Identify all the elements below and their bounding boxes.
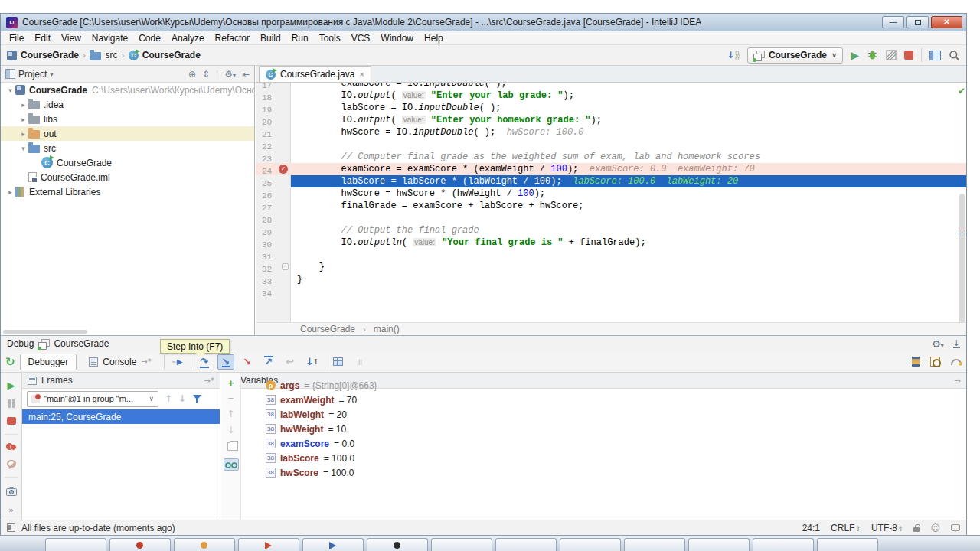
step-into-icon[interactable]: ↘ [217, 354, 234, 370]
add-watch-icon[interactable]: + [228, 379, 234, 387]
menu-tools[interactable]: Tools [314, 33, 346, 44]
taskbar-button-7[interactable] [431, 538, 492, 551]
hide-panel-icon[interactable]: ⇤ [242, 69, 250, 80]
duplicate-icon[interactable] [227, 442, 234, 451]
filter-frames-icon[interactable] [192, 394, 202, 404]
menu-view[interactable]: View [56, 33, 87, 44]
code-line-32[interactable]: 32^ } [256, 261, 966, 273]
menu-vcs[interactable]: VCS [346, 33, 376, 44]
tree-row--idea[interactable]: ▸.idea [1, 97, 254, 112]
menu-analyze[interactable]: Analyze [166, 33, 210, 44]
sort-numeric-icon[interactable]: ↓011001 [727, 51, 740, 60]
code-line-18[interactable]: 18 IO.output( value: "Enter your lab gra… [256, 90, 966, 102]
tree-row-coursegrade[interactable]: ▾CourseGradeC:\Users\user\Work\Курсы\Ude… [1, 83, 254, 97]
code-area[interactable]: 17 examScore = IO.inputDouble( );18 IO.o… [256, 83, 966, 322]
settings-gear-icon[interactable]: ⚙▾ [224, 69, 236, 80]
code-line-25[interactable]: 25 labScore = labScore * (labWeight / 10… [256, 175, 966, 187]
pin-icon[interactable]: →* [204, 377, 214, 385]
breakpoint-icon[interactable]: ✓ [279, 165, 288, 174]
taskbar-button-13[interactable] [817, 538, 878, 551]
run-button[interactable]: ▶ [851, 50, 859, 60]
inspections-ok-icon[interactable]: ✔ [958, 86, 965, 96]
tree-toggle-icon[interactable]: ▸ [18, 130, 28, 138]
scrollbar-thumb[interactable] [959, 194, 965, 322]
code-line-30[interactable]: 30 IO.outputln( value: "Your final grade… [256, 236, 966, 249]
coverage-button[interactable] [886, 50, 897, 60]
memory-view-icon[interactable] [930, 357, 940, 367]
close-tab-icon[interactable]: × [359, 70, 364, 79]
code-line-34[interactable]: 34 [256, 285, 966, 298]
resume-program-icon[interactable]: ▶ [8, 380, 15, 390]
code-line-17[interactable]: 17 examScore = IO.inputDouble( ); [256, 83, 966, 90]
tree-toggle-icon[interactable]: ▸ [5, 188, 15, 196]
code-line-33[interactable]: 33} [256, 273, 966, 285]
rerun-icon[interactable]: ↻ [5, 355, 15, 369]
profiler-gauge-icon[interactable] [951, 359, 962, 365]
threads-view-icon[interactable] [912, 357, 920, 367]
breadcrumb-item[interactable]: CCourseGrade [129, 50, 201, 60]
stack-frame-row[interactable]: main:25, CourseGrade [22, 409, 220, 424]
code-line-21[interactable]: 21 hwScore = IO.inputDouble( ); hwScore:… [256, 126, 966, 139]
thread-dropdown[interactable]: "main"@1 in group "m... ∨ [27, 391, 158, 407]
line-ending-select[interactable]: CRLF⇕ [831, 523, 861, 533]
hide-window-icon[interactable]: ↓ [953, 340, 960, 348]
taskbar-button-11[interactable] [688, 538, 750, 551]
tree-row-src[interactable]: ▾src [1, 141, 254, 155]
caret-position[interactable]: 24:1 [802, 523, 820, 533]
encoding-select[interactable]: UTF-8⇕ [871, 523, 903, 533]
breadcrumb-item[interactable]: CourseGrade [7, 50, 79, 60]
locate-file-icon[interactable]: ⊕ [188, 69, 196, 80]
search-everywhere-icon[interactable] [949, 50, 960, 61]
code-line-20[interactable]: 20 IO.output( value: "Enter your homewor… [256, 114, 966, 126]
stop-button[interactable] [904, 51, 913, 60]
menu-window[interactable]: Window [375, 33, 419, 44]
menu-code[interactable]: Code [133, 33, 166, 44]
editor-scrollbar[interactable]: ✔ [958, 83, 966, 322]
tree-row-coursegrade[interactable]: CCourseGrade [1, 155, 254, 170]
variable-row-hwScore[interactable]: 38hwScore= 100.0 [241, 465, 966, 480]
breadcrumb-method[interactable]: main() [374, 324, 400, 334]
thread-dump-icon[interactable] [6, 487, 17, 496]
menu-help[interactable]: Help [419, 33, 449, 44]
code-line-26[interactable]: 26 hwScore = hwScore * (hwWeight / 100); [256, 187, 966, 200]
menu-edit[interactable]: Edit [29, 33, 56, 44]
collapse-all-icon[interactable]: ⇕ [202, 69, 210, 80]
settings-gear-icon[interactable]: ⚙▾ [932, 338, 944, 350]
taskbar-button-5[interactable] [302, 538, 364, 551]
step-out-icon[interactable]: ↗ [260, 354, 277, 370]
event-log-bubble-icon[interactable] [951, 524, 960, 531]
close-button[interactable]: ✕ [931, 16, 962, 28]
tree-toggle-icon[interactable]: ▸ [18, 116, 28, 123]
menu-file[interactable]: File [4, 33, 29, 44]
taskbar-button-4[interactable] [238, 538, 299, 551]
tree-row-external-libraries[interactable]: ▸External Libraries [1, 184, 254, 199]
toolwindow-toggle-icon[interactable] [7, 523, 15, 532]
more-icon[interactable]: » [8, 505, 14, 515]
variable-row-hwWeight[interactable]: 38hwWeight= 10 [241, 422, 966, 436]
breadcrumb-item[interactable]: src [90, 50, 117, 60]
fold-icon[interactable]: ^ [282, 263, 289, 270]
code-line-23[interactable]: 23 // Computer final grade as the weight… [256, 151, 966, 163]
lock-icon[interactable] [913, 527, 920, 532]
code-line-29[interactable]: 29 // Output the final grade [256, 224, 966, 236]
code-line-28[interactable]: 28 [256, 212, 966, 224]
tree-row-coursegrade-iml[interactable]: CourseGrade.iml [1, 170, 254, 184]
chevron-down-icon[interactable]: ▾ [50, 70, 54, 78]
code-line-22[interactable]: 22 [256, 139, 966, 151]
menu-build[interactable]: Build [255, 33, 286, 44]
editor-tab[interactable]: C CourseGrade.java × [259, 66, 371, 82]
title-bar[interactable]: IJ CourseGrade [C:\Users\user\Work\Курсы… [1, 14, 966, 31]
menu-run[interactable]: Run [286, 33, 314, 44]
code-line-31[interactable]: 31 [256, 249, 966, 261]
frame-down-icon[interactable]: ↓ [178, 393, 186, 404]
pin-tab-icon[interactable]: →* [141, 357, 151, 366]
variable-row-examScore[interactable]: 38examScore= 0.0 [241, 436, 966, 451]
taskbar-button-12[interactable] [753, 538, 814, 551]
tree-row-libs[interactable]: ▸libs [1, 112, 254, 126]
taskbar-button-3[interactable] [174, 538, 235, 551]
tree-toggle-icon[interactable]: ▸ [18, 101, 28, 109]
taskbar-button-10[interactable] [624, 538, 685, 551]
minimize-button[interactable]: — [882, 16, 904, 28]
maximize-button[interactable] [906, 16, 929, 28]
tab-debugger[interactable]: Debugger [20, 354, 77, 370]
